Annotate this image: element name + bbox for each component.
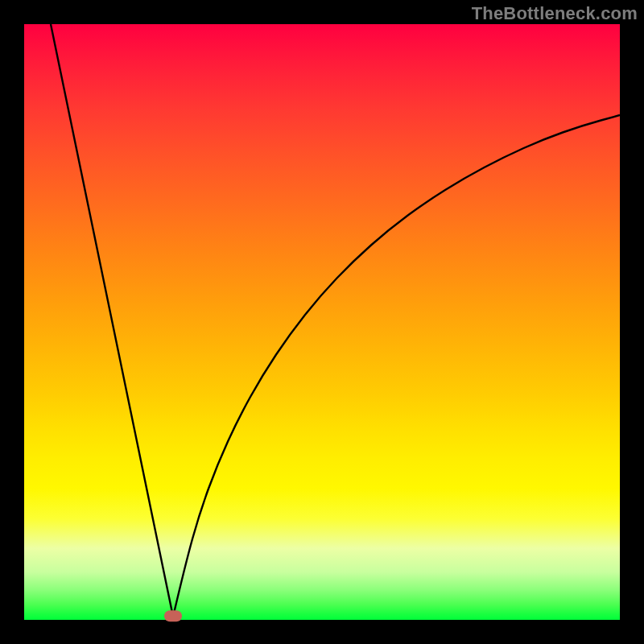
plot-area: [24, 24, 620, 620]
curve-svg: [24, 24, 620, 620]
watermark-text: TheBottleneck.com: [472, 3, 638, 24]
bottleneck-curve: [51, 24, 620, 617]
chart-stage: TheBottleneck.com: [0, 0, 644, 644]
optimum-marker: [164, 610, 182, 621]
